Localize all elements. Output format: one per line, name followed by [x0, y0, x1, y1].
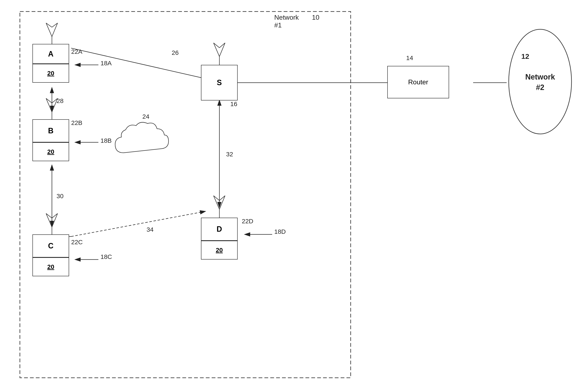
- network2-ellipse-svg: Network #2: [507, 27, 574, 136]
- svg-text:Network: Network: [525, 72, 555, 81]
- node-c-module-label: 20: [47, 263, 54, 270]
- svg-line-11: [52, 214, 58, 227]
- node-b-box: B: [32, 119, 69, 142]
- node-c-box: C: [32, 234, 69, 258]
- svg-line-5: [46, 98, 52, 112]
- node-d-box: D: [201, 218, 238, 241]
- svg-line-20: [214, 196, 220, 209]
- node-s-label: S: [217, 78, 222, 87]
- svg-line-0: [46, 23, 52, 37]
- node-c-label: C: [48, 242, 54, 250]
- svg-line-10: [46, 214, 52, 227]
- router-box: Router: [387, 66, 449, 98]
- node-d-module: 20: [201, 241, 238, 260]
- router-ref: 14: [406, 54, 413, 62]
- svg-line-37: [71, 212, 205, 236]
- node-b-label: B: [48, 126, 54, 135]
- network1-ref: 10: [312, 14, 320, 21]
- network1-label: Network #1: [274, 14, 299, 29]
- ref-s16: 16: [230, 100, 237, 108]
- node-a-box: A: [32, 44, 69, 64]
- node-a-module: 20: [32, 64, 69, 83]
- svg-line-13: [52, 214, 58, 218]
- svg-line-7: [46, 98, 52, 103]
- ref-34: 34: [146, 226, 154, 233]
- svg-line-21: [220, 196, 225, 209]
- svg-line-23: [220, 196, 225, 200]
- node-c-module: 20: [32, 258, 69, 276]
- ref-32: 32: [226, 151, 233, 158]
- node-d-ref: 22D: [242, 218, 253, 225]
- node-b-ref: 22B: [71, 119, 82, 126]
- ref-18d: 18D: [274, 228, 286, 235]
- svg-line-3: [52, 23, 58, 27]
- svg-line-1: [52, 23, 58, 37]
- network1-border: [20, 12, 351, 378]
- node-d-module-label: 20: [216, 246, 223, 254]
- svg-line-29: [71, 48, 209, 80]
- cloud-24-svg: [111, 119, 170, 161]
- node-d-label: D: [217, 225, 222, 234]
- node-b-module-label: 20: [47, 148, 54, 155]
- ref-24: 24: [142, 113, 149, 120]
- svg-line-12: [46, 214, 52, 218]
- svg-text:#2: #2: [536, 83, 544, 92]
- router-label: Router: [408, 78, 428, 86]
- svg-point-41: [509, 29, 572, 134]
- svg-line-2: [46, 23, 52, 27]
- svg-line-18: [220, 43, 225, 48]
- svg-line-15: [214, 43, 220, 56]
- ref-30: 30: [56, 192, 64, 200]
- node-a-ref: 22A: [71, 48, 82, 55]
- ref-18a: 18A: [100, 60, 112, 67]
- node-a-label: A: [48, 50, 54, 58]
- ref-28: 28: [56, 97, 64, 104]
- ref-18c: 18C: [100, 253, 112, 260]
- node-b-module: 20: [32, 142, 69, 161]
- node-s-box: S: [201, 65, 238, 100]
- node-c-ref: 22C: [71, 238, 83, 246]
- svg-line-16: [220, 43, 225, 56]
- ref-18b: 18B: [100, 137, 112, 144]
- svg-line-17: [214, 43, 220, 48]
- svg-line-22: [214, 196, 220, 200]
- ref-26: 26: [172, 49, 178, 56]
- node-a-module-label: 20: [47, 70, 54, 77]
